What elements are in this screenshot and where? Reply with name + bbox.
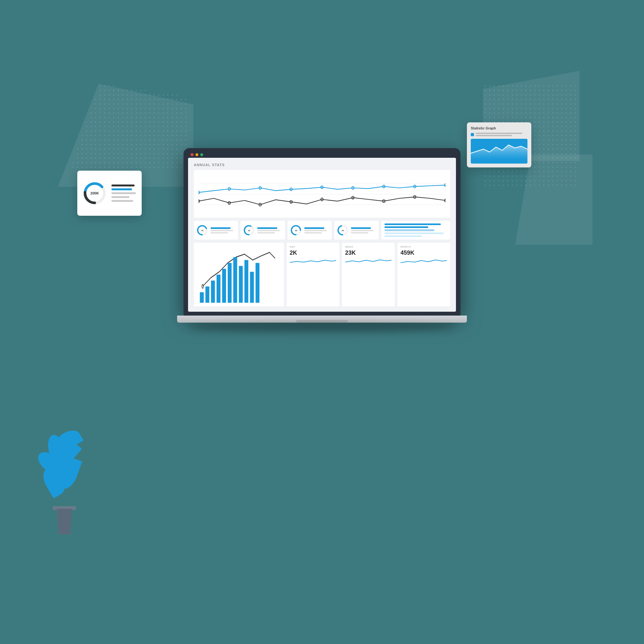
donut-svg-04: ·04: [337, 224, 348, 236]
svg-text:·02: ·02: [248, 230, 251, 232]
svg-rect-37: [217, 275, 221, 303]
stat-line-bot-03: [304, 232, 322, 233]
stat-line-mid-03: [304, 230, 327, 231]
metric-value-day: 2K: [290, 250, 336, 256]
donut-svg-01: ·01: [196, 224, 208, 236]
laptop: ANNUAL STATS: [177, 148, 467, 332]
mini-line-week: [345, 258, 392, 264]
w200k-line-gray1: [111, 192, 136, 194]
svg-rect-38: [222, 269, 226, 303]
plant-decoration: [39, 419, 90, 535]
svg-text:·04: ·04: [341, 230, 344, 232]
stat-line-top-04: [351, 227, 371, 229]
svg-rect-42: [244, 260, 248, 303]
stat-card-04: ·04: [334, 221, 378, 240]
stat-card-01: ·01: [194, 221, 238, 240]
stat-line-top-02: [257, 227, 277, 229]
w200k-line-blue: [111, 188, 132, 190]
svg-rect-43: [250, 272, 254, 303]
stat-graph-chart: [471, 139, 527, 164]
bezel-dot-green: [200, 153, 203, 156]
metric-label-day: DAY: [290, 245, 336, 248]
annual-stats-label: ANNUAL STATS: [194, 163, 450, 167]
metric-label-month: MONTH: [401, 245, 447, 248]
metric-label-week: WEEK: [345, 245, 392, 248]
metric-value-week: 23K: [345, 250, 392, 256]
legend-box-blue: [471, 133, 474, 136]
donut-svg-02: ·02: [243, 224, 255, 236]
bezel-dot-yellow: [195, 153, 198, 156]
legend-line-2: [476, 135, 512, 136]
bottom-row: DAY 2K WEEK 23K: [194, 243, 450, 307]
stat-line-bot-04: [351, 232, 368, 233]
svg-rect-40: [233, 257, 237, 303]
stat-line-mid-01: [211, 230, 233, 231]
line-chart-area: [194, 170, 450, 218]
laptop-screen: ANNUAL STATS: [188, 158, 456, 312]
w200k-line-gray2: [111, 196, 129, 198]
stat-line-mid-04: [351, 230, 374, 231]
stat-card-02: ·02: [241, 221, 285, 240]
mini-line-day: [290, 258, 336, 264]
svg-rect-36: [211, 280, 215, 303]
stat-card-03: ·03: [288, 221, 332, 240]
stat-text-01: [211, 227, 235, 233]
stat-text-02: [257, 227, 282, 233]
stat-text-03: [304, 227, 329, 233]
svg-text:200K: 200K: [90, 191, 99, 195]
laptop-base: [177, 316, 467, 323]
stat-line-bot-01: [211, 232, 228, 233]
stat-line-bot-02: [257, 232, 275, 233]
stat-line-top-03: [304, 227, 324, 229]
svg-text:·03: ·03: [295, 230, 298, 232]
mini-line-month: [401, 258, 447, 264]
hbar-row-1: [384, 223, 441, 225]
svg-text:·01: ·01: [201, 230, 204, 232]
stat-line-top-01: [211, 227, 231, 229]
laptop-bezel-dots: [188, 153, 456, 156]
stats-row: ·01 ·02: [194, 221, 450, 240]
laptop-screen-outer: ANNUAL STATS: [184, 148, 460, 316]
plant-pot: [55, 509, 74, 535]
dot-pattern-left: [71, 84, 187, 167]
stat-graph-legend: [471, 133, 527, 136]
laptop-shadow: [190, 323, 454, 332]
stat-text-04: [351, 227, 376, 233]
legend-lines: [476, 133, 527, 136]
stat-graph-svg: [471, 139, 527, 164]
bar-chart-card: [194, 243, 284, 307]
svg-rect-34: [200, 292, 204, 303]
hbar-row-2: [384, 226, 428, 228]
widget-statistic-graph: Statistic Graph: [467, 122, 531, 167]
metric-card-week: WEEK 23K: [342, 243, 395, 307]
stat-graph-title: Statistic Graph: [471, 126, 527, 130]
widget-200k-lines: [111, 185, 137, 202]
w200k-line-dark: [111, 185, 135, 186]
bezel-dot-red: [191, 153, 194, 156]
hbar-row-5: [384, 235, 422, 237]
line-chart-svg: [198, 173, 446, 215]
hbar-row-4: [384, 232, 444, 234]
w200k-line-gray3: [111, 200, 133, 202]
widget-200k: 200K: [77, 171, 142, 216]
legend-line-1: [476, 133, 522, 134]
stat-line-mid-02: [257, 230, 280, 231]
bar-chart-svg: [197, 245, 281, 304]
big-donut-200k: 200K: [82, 180, 108, 206]
donut-svg-03: ·03: [290, 224, 302, 236]
svg-rect-41: [239, 266, 243, 303]
screen-content: ANNUAL STATS: [188, 158, 456, 312]
metric-card-month: MONTH 459K: [397, 243, 450, 307]
laptop-base-notch: [296, 320, 348, 323]
svg-rect-35: [205, 286, 209, 303]
svg-rect-44: [256, 263, 260, 303]
hbar-row-3: [384, 229, 434, 231]
metric-value-month: 459K: [401, 250, 447, 256]
hbar-card: [381, 221, 450, 240]
svg-rect-39: [228, 263, 232, 303]
metric-card-day: DAY 2K: [287, 243, 339, 307]
